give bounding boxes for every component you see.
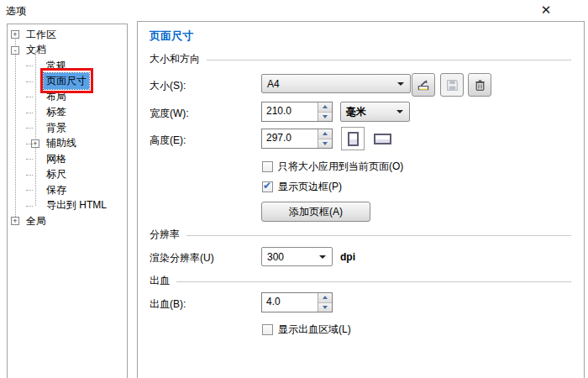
group-divider	[186, 235, 571, 236]
unit-select[interactable]: 毫米	[340, 102, 410, 122]
spin-up-icon[interactable]	[318, 293, 332, 303]
bleed-group-header: 出血	[150, 274, 571, 288]
tree-item-export-html[interactable]: 导出到 HTML	[8, 198, 127, 214]
dialog-title: 选项	[6, 4, 26, 18]
tree-item-grid[interactable]: 网格	[8, 151, 127, 167]
page-setup-icon	[416, 77, 431, 92]
save-page-size-button	[440, 73, 464, 97]
tree-item-label[interactable]: 背景	[44, 120, 69, 136]
spin-down-icon[interactable]	[318, 139, 332, 149]
group-label: 出血	[150, 274, 170, 288]
tree-item-label[interactable]: 工作区	[24, 27, 59, 43]
tree-item-workspace[interactable]: + 工作区	[8, 27, 127, 43]
tree-item-label-selected[interactable]: 页面尺寸	[44, 73, 89, 89]
show-page-border-checkbox[interactable]: ✔	[262, 181, 273, 192]
tree-item-label[interactable]: 辅助线	[44, 135, 79, 151]
tree-item-label[interactable]: 网格	[44, 151, 69, 167]
size-orientation-group-header: 大小和方向	[150, 52, 571, 66]
tree-item-document[interactable]: - 文档	[8, 43, 127, 59]
expand-icon[interactable]: +	[11, 30, 19, 39]
show-bleed-area-checkbox[interactable]: ✔	[262, 324, 273, 335]
tree-item-label[interactable]: 标签	[44, 104, 69, 120]
group-label: 大小和方向	[150, 52, 200, 66]
trash-icon	[473, 78, 487, 92]
dpi-label: dpi	[340, 251, 355, 263]
spinner-buttons	[318, 293, 332, 312]
paper-size-value: A4	[262, 78, 397, 90]
show-page-border-checkbox-row[interactable]: ✔ 显示页边框(P)	[262, 180, 342, 194]
page-title: 页面尺寸	[150, 29, 193, 44]
tree-item-label[interactable]: 保存	[44, 182, 69, 198]
close-icon[interactable]: ✕	[535, 1, 557, 19]
page-setup-from-printer-button[interactable]	[412, 73, 435, 97]
chevron-down-icon	[397, 82, 404, 86]
tree-item-page-size[interactable]: 页面尺寸	[8, 74, 127, 90]
show-bleed-area-checkbox-row[interactable]: ✔ 显示出血区域(L)	[262, 323, 351, 337]
delete-page-size-button[interactable]	[468, 73, 491, 97]
chevron-down-icon	[396, 110, 403, 113]
show-bleed-area-label: 显示出血区域(L)	[278, 323, 351, 337]
tree-item-label[interactable]: 文档	[24, 42, 49, 58]
spin-up-icon[interactable]	[318, 102, 332, 113]
spin-down-icon[interactable]	[318, 113, 332, 122]
paper-size-select[interactable]: A4	[261, 74, 411, 93]
tree-item-label[interactable]: 常规	[44, 58, 69, 74]
expand-icon[interactable]: +	[11, 217, 19, 225]
apply-current-page-checkbox-row[interactable]: ✔ 只将大小应用到当前页面(O)	[262, 160, 403, 174]
bleed-label: 出血(B):	[150, 297, 186, 312]
height-value[interactable]: 297.0	[262, 129, 318, 148]
page-size-panel: 页面尺寸 大小和方向 大小(S): A4	[137, 21, 585, 378]
tree-item-label[interactable]: 布局	[44, 89, 69, 105]
resolution-select[interactable]: 300	[261, 247, 333, 266]
size-label: 大小(S):	[150, 79, 186, 93]
collapse-icon[interactable]: -	[11, 46, 19, 55]
chevron-down-icon	[319, 255, 326, 259]
apply-current-page-label: 只将大小应用到当前页面(O)	[278, 160, 403, 174]
width-spinner[interactable]: 210.0	[261, 102, 333, 122]
portrait-orientation-button[interactable]	[341, 127, 365, 150]
tree-item-guidelines[interactable]: + 辅助线	[8, 136, 127, 152]
settings-tree: + 工作区 - 文档 常规 页面尺寸 布局 标签 背景	[7, 24, 128, 378]
group-label: 分辨率	[150, 228, 180, 242]
add-page-frame-button[interactable]: 添加页框(A)	[261, 202, 370, 222]
show-page-border-label: 显示页边框(P)	[278, 180, 342, 194]
render-resolution-label: 渲染分辨率(U)	[150, 251, 214, 265]
width-value[interactable]: 210.0	[262, 102, 318, 121]
resolution-group-header: 分辨率	[150, 228, 571, 242]
resolution-value: 300	[262, 251, 319, 263]
tree-item-label[interactable]: 全局	[24, 213, 49, 229]
tree-item-background[interactable]: 背景	[8, 120, 127, 136]
save-icon	[445, 78, 459, 92]
bleed-value[interactable]: 4.0	[262, 293, 318, 312]
height-label: 高度(E):	[150, 134, 186, 148]
tree-item-rulers[interactable]: 标尺	[8, 167, 127, 183]
tree-item-label[interactable]: 导出到 HTML	[44, 197, 109, 213]
height-spinner[interactable]: 297.0	[261, 129, 333, 149]
width-label: 宽度(W):	[150, 107, 189, 121]
portrait-icon	[348, 132, 359, 146]
tree-item-label-text: 页面尺寸	[46, 75, 87, 87]
landscape-orientation-button[interactable]	[370, 127, 394, 150]
options-dialog: 选项 ✕ + 工作区 - 文档 常规 页面尺寸 布局	[0, 0, 588, 378]
spinner-buttons	[318, 129, 332, 148]
unit-value: 毫米	[341, 105, 396, 119]
landscape-icon	[374, 134, 391, 144]
bleed-spinner[interactable]: 4.0	[261, 292, 333, 312]
tree-item-layout[interactable]: 布局	[8, 89, 127, 105]
tree-item-general[interactable]: 常规	[8, 58, 127, 74]
spin-up-icon[interactable]	[318, 129, 332, 139]
spin-down-icon[interactable]	[318, 303, 332, 312]
spinner-buttons	[318, 102, 332, 121]
tree-item-label-settings[interactable]: 标签	[8, 105, 127, 121]
group-divider	[207, 60, 571, 60]
tree-item-label[interactable]: 标尺	[44, 166, 69, 182]
check-icon: ✔	[263, 181, 271, 192]
expand-icon[interactable]: +	[31, 139, 39, 148]
tree-item-global[interactable]: + 全局	[8, 213, 127, 229]
group-divider	[176, 281, 571, 282]
tree-item-save[interactable]: 保存	[8, 182, 127, 198]
apply-current-page-checkbox[interactable]: ✔	[262, 161, 273, 172]
